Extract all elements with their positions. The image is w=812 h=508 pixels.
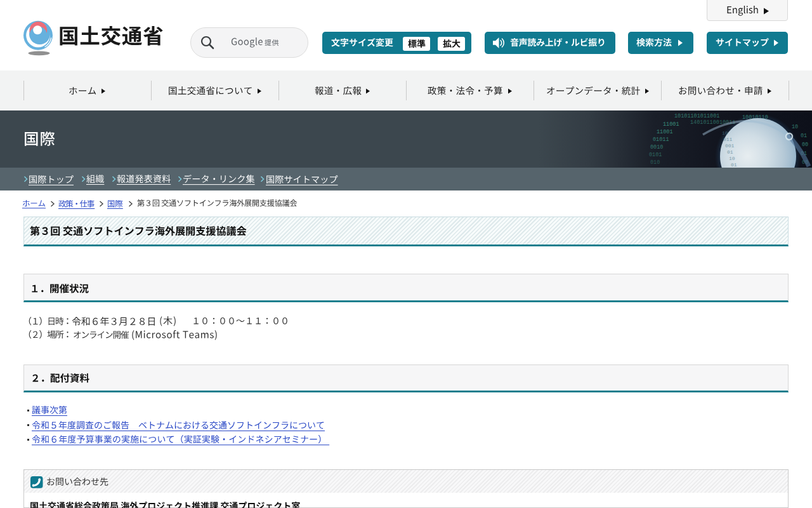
- svg-text:011: 011: [723, 137, 733, 142]
- svg-text:0010: 0010: [650, 144, 663, 150]
- svg-text:11001: 11001: [657, 129, 673, 135]
- svg-text:10: 10: [729, 156, 735, 161]
- svg-text:00: 00: [802, 142, 808, 148]
- svg-text:010: 010: [650, 159, 660, 166]
- svg-text:01011: 01011: [653, 137, 669, 143]
- svg-text:11001: 11001: [663, 121, 679, 128]
- svg-text:01: 01: [731, 162, 737, 168]
- svg-text:01: 01: [727, 149, 733, 155]
- svg-text:10101101011001: 10101101011001: [674, 113, 719, 119]
- svg-text:0101: 0101: [649, 152, 662, 158]
- svg-text:001: 001: [725, 143, 735, 149]
- svg-text:10: 10: [792, 124, 798, 130]
- svg-text:10: 10: [722, 130, 728, 136]
- svg-text:01: 01: [801, 133, 807, 139]
